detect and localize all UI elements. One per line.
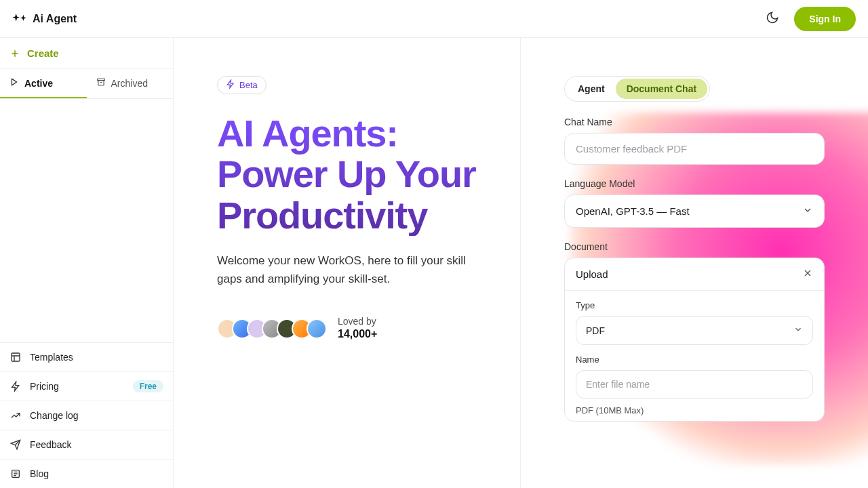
free-badge: Free <box>133 380 163 392</box>
brand: Ai Agent <box>12 13 77 25</box>
close-icon <box>802 270 813 281</box>
sidebar-item-pricing[interactable]: Pricing Free <box>0 371 173 401</box>
sidebar-tab-archived-label: Archived <box>111 78 148 89</box>
create-button[interactable]: Create <box>9 47 59 59</box>
upload-title: Upload <box>576 268 608 280</box>
brand-name: Ai Agent <box>33 13 77 25</box>
mode-tab-document-chat[interactable]: Document Chat <box>616 79 707 99</box>
sidebar-item-templates[interactable]: Templates <box>0 343 173 371</box>
archive-icon <box>96 77 106 89</box>
upload-type-select[interactable]: PDF <box>576 316 813 345</box>
upload-card: Upload Type <box>564 258 825 422</box>
upload-name-input[interactable] <box>576 370 813 399</box>
plus-icon <box>9 48 20 59</box>
signin-button[interactable]: Sign In <box>794 7 856 31</box>
model-select[interactable]: OpenAI, GPT-3.5 — Fast <box>564 195 825 228</box>
newspaper-icon <box>9 468 22 480</box>
bolt-icon <box>226 79 235 91</box>
hero-title: AI Agents: Power Up Your Productivity <box>217 113 493 236</box>
loved-count: 14,000+ <box>338 327 377 342</box>
sidebar-tab-archived[interactable]: Archived <box>87 69 174 98</box>
moon-icon <box>766 11 779 26</box>
theme-toggle[interactable] <box>762 8 783 30</box>
upload-type-label: Type <box>576 300 813 310</box>
sidebar-item-label: Templates <box>30 352 73 363</box>
social-proof: Loved by 14,000+ <box>217 315 493 342</box>
svg-rect-2 <box>12 353 20 361</box>
model-label: Language Model <box>564 178 825 189</box>
chat-name-input[interactable] <box>564 133 825 165</box>
sidebar-item-label: Feedback <box>30 439 71 450</box>
upload-type-value: PDF <box>586 325 605 336</box>
chat-name-label: Chat Name <box>564 117 825 127</box>
avatar <box>307 319 327 339</box>
beta-badge: Beta <box>217 76 267 94</box>
sidebar-tab-active-label: Active <box>24 78 53 89</box>
play-icon <box>9 77 19 89</box>
trending-icon <box>9 409 22 422</box>
sidebar-item-label: Pricing <box>30 381 59 392</box>
sidebar-item-label: Blog <box>30 468 49 479</box>
sidebar-tab-active[interactable]: Active <box>0 69 87 98</box>
sidebar-item-blog[interactable]: Blog <box>0 459 173 488</box>
send-icon <box>9 439 22 451</box>
hero-subtitle: Welcome your new WorkOS, here to fill yo… <box>217 252 475 288</box>
sparkle-icon <box>12 14 27 24</box>
chevron-down-icon <box>793 325 803 336</box>
sidebar-item-feedback[interactable]: Feedback <box>0 430 173 459</box>
create-label: Create <box>27 47 59 59</box>
templates-icon <box>9 351 22 363</box>
model-value: OpenAI, GPT-3.5 — Fast <box>576 205 690 217</box>
upload-file-note: PDF (10MB Max) <box>576 405 813 415</box>
upload-close-button[interactable] <box>802 268 813 281</box>
avatar-stack <box>217 319 327 339</box>
bolt-icon <box>9 380 22 392</box>
document-label: Document <box>564 241 825 252</box>
loved-label: Loved by <box>338 315 377 327</box>
sidebar-item-label: Change log <box>30 410 79 421</box>
chevron-down-icon <box>802 205 813 218</box>
sidebar-item-changelog[interactable]: Change log <box>0 401 173 430</box>
upload-name-label: Name <box>576 354 813 365</box>
beta-label: Beta <box>239 80 258 90</box>
mode-tab-agent[interactable]: Agent <box>567 79 616 99</box>
